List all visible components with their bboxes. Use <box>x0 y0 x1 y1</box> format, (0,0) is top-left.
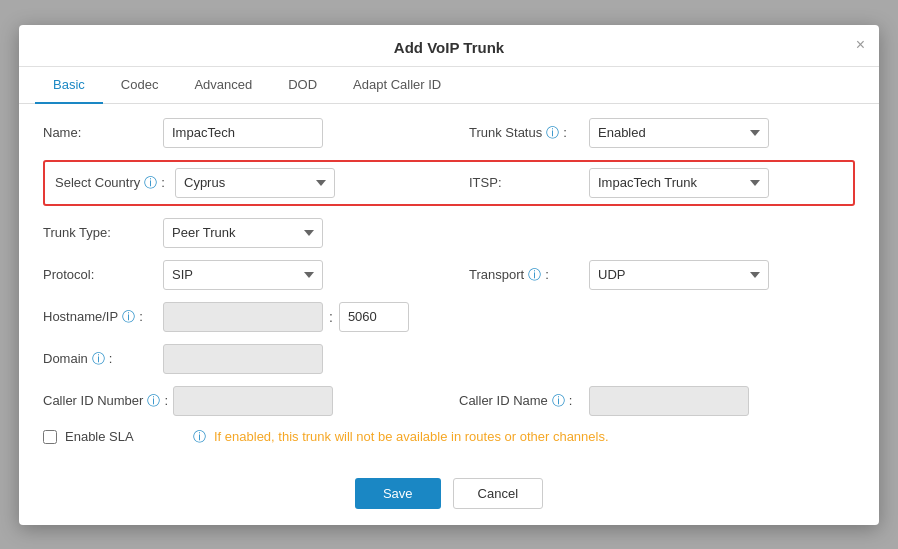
row-caller-id: Caller ID Number ⓘ: Caller ID Name ⓘ: <box>43 386 855 416</box>
modal-body: Name: Trunk Status ⓘ: Enabled Disabled <box>19 104 879 464</box>
name-input[interactable] <box>163 118 323 148</box>
hostname-label: Hostname/IP ⓘ: <box>43 308 163 326</box>
select-country-info-icon[interactable]: ⓘ <box>144 174 157 192</box>
hostname-input[interactable] <box>163 302 323 332</box>
port-separator: : <box>329 309 333 325</box>
trunk-status-info-icon[interactable]: ⓘ <box>546 124 559 142</box>
row-hostname: Hostname/IP ⓘ: : <box>43 302 855 332</box>
trunk-status-label: Trunk Status ⓘ: <box>469 124 589 142</box>
trunk-type-label: Trunk Type: <box>43 225 163 240</box>
transport-info-icon[interactable]: ⓘ <box>528 266 541 284</box>
caller-id-number-info-icon[interactable]: ⓘ <box>147 392 160 410</box>
group-name: Name: <box>43 118 429 148</box>
transport-select[interactable]: UDP <box>589 260 769 290</box>
group-caller-id-name: Caller ID Name ⓘ: <box>459 386 855 416</box>
group-trunk-status: Trunk Status ⓘ: Enabled Disabled <box>469 118 855 148</box>
sla-warning-text: If enabled, this trunk will not be avail… <box>214 429 609 444</box>
sla-checkbox[interactable] <box>43 430 57 444</box>
modal-overlay: Add VoIP Trunk × Basic Codec Advanced DO… <box>0 0 898 549</box>
tab-adapt-caller-id[interactable]: Adapt Caller ID <box>335 67 459 104</box>
port-input[interactable] <box>339 302 409 332</box>
row-domain: Domain ⓘ: <box>43 344 855 374</box>
protocol-label: Protocol: <box>43 267 163 282</box>
trunk-status-select[interactable]: Enabled Disabled <box>589 118 769 148</box>
modal-title: Add VoIP Trunk <box>394 39 504 56</box>
cancel-button[interactable]: Cancel <box>453 478 543 509</box>
select-country-select[interactable]: Cyprus <box>175 168 335 198</box>
itsp-select[interactable]: ImpacTech Trunk <box>589 168 769 198</box>
row-name-trunk-status: Name: Trunk Status ⓘ: Enabled Disabled <box>43 118 855 148</box>
tab-dod[interactable]: DOD <box>270 67 335 104</box>
group-hostname: Hostname/IP ⓘ: : <box>43 302 855 332</box>
modal-header: Add VoIP Trunk × <box>19 25 879 67</box>
modal-dialog: Add VoIP Trunk × Basic Codec Advanced DO… <box>19 25 879 525</box>
tab-codec[interactable]: Codec <box>103 67 177 104</box>
transport-label: Transport ⓘ: <box>469 266 589 284</box>
group-domain: Domain ⓘ: <box>43 344 855 374</box>
hostname-info-icon[interactable]: ⓘ <box>122 308 135 326</box>
protocol-select[interactable]: SIP <box>163 260 323 290</box>
trunk-type-select[interactable]: Peer Trunk <box>163 218 323 248</box>
domain-input[interactable] <box>163 344 323 374</box>
modal-footer: Save Cancel <box>19 464 879 525</box>
name-label: Name: <box>43 125 163 140</box>
tab-bar: Basic Codec Advanced DOD Adapt Caller ID <box>19 67 879 104</box>
caller-id-name-input[interactable] <box>589 386 749 416</box>
caller-id-number-input[interactable] <box>173 386 333 416</box>
group-protocol: Protocol: SIP <box>43 260 429 290</box>
group-caller-id-number: Caller ID Number ⓘ: <box>43 386 439 416</box>
sla-info-icon[interactable]: ⓘ <box>193 428 206 446</box>
caller-id-number-label: Caller ID Number ⓘ: <box>43 392 173 410</box>
select-country-label: Select Country ⓘ: <box>55 174 175 192</box>
group-transport: Transport ⓘ: UDP <box>469 260 855 290</box>
row-protocol-transport: Protocol: SIP Transport ⓘ: UDP <box>43 260 855 290</box>
row-country-itsp: Select Country ⓘ: Cyprus ITSP: ImpacTech… <box>43 160 855 206</box>
group-trunk-type: Trunk Type: Peer Trunk <box>43 218 855 248</box>
sla-label: Enable SLA <box>65 429 185 444</box>
save-button[interactable]: Save <box>355 478 441 509</box>
close-button[interactable]: × <box>856 37 865 53</box>
caller-id-name-info-icon[interactable]: ⓘ <box>552 392 565 410</box>
domain-info-icon[interactable]: ⓘ <box>92 350 105 368</box>
itsp-label: ITSP: <box>469 175 589 190</box>
tab-basic[interactable]: Basic <box>35 67 103 104</box>
group-itsp: ITSP: ImpacTech Trunk <box>469 168 843 198</box>
row-trunk-type: Trunk Type: Peer Trunk <box>43 218 855 248</box>
caller-id-name-label: Caller ID Name ⓘ: <box>459 392 589 410</box>
group-select-country: Select Country ⓘ: Cyprus <box>55 168 429 198</box>
row-sla: Enable SLA ⓘ If enabled, this trunk will… <box>43 428 855 446</box>
tab-advanced[interactable]: Advanced <box>176 67 270 104</box>
domain-label: Domain ⓘ: <box>43 350 163 368</box>
